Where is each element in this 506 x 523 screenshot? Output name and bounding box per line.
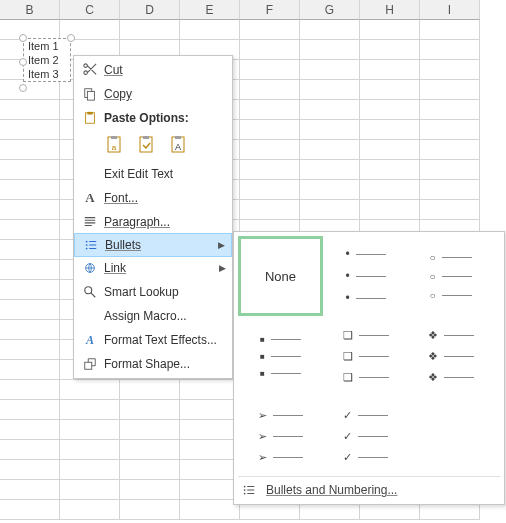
col-header[interactable]: C: [60, 0, 120, 20]
textbox-line: Item 1: [24, 39, 70, 53]
menu-smart-lookup[interactable]: Smart Lookup: [74, 280, 232, 304]
col-header[interactable]: F: [240, 0, 300, 20]
menu-exit-edit-text[interactable]: Exit Edit Text: [74, 162, 232, 186]
menu-label: Format Text Effects...: [100, 333, 226, 347]
bullet-style-circle[interactable]: ○ ○ ○: [408, 236, 493, 316]
menu-label: Link: [100, 261, 219, 275]
bullets-and-numbering[interactable]: Bullets and Numbering...: [238, 476, 500, 500]
menu-paragraph[interactable]: Paragraph...: [74, 210, 232, 234]
menu-format-text-effects[interactable]: A Format Text Effects...: [74, 328, 232, 352]
svg-point-13: [86, 244, 88, 246]
textbox-line: Item 2: [24, 53, 70, 67]
scissors-icon: [80, 63, 100, 77]
col-header[interactable]: B: [0, 0, 60, 20]
menu-label: Assign Macro...: [100, 309, 226, 323]
resize-handle[interactable]: [67, 34, 75, 42]
bullet-style-square[interactable]: ■ ■ ■: [238, 316, 323, 396]
bullet-style-hollow-square[interactable]: ❑ ❑ ❑: [323, 316, 408, 396]
col-header[interactable]: G: [300, 0, 360, 20]
svg-text:a: a: [112, 143, 117, 152]
menu-link[interactable]: Link ▶: [74, 256, 232, 280]
menu-format-shape[interactable]: Format Shape...: [74, 352, 232, 376]
paste-option-merge[interactable]: [134, 132, 160, 158]
svg-rect-1: [87, 91, 94, 100]
paragraph-icon: [80, 215, 100, 229]
bullet-style-disc[interactable]: • • •: [323, 236, 408, 316]
menu-paste-options: Paste Options:: [74, 106, 232, 130]
svg-rect-10: [175, 136, 181, 139]
text-effects-icon: A: [80, 333, 100, 348]
link-icon: [80, 261, 100, 275]
format-shape-icon: [80, 357, 100, 371]
menu-assign-macro[interactable]: Assign Macro...: [74, 304, 232, 328]
menu-label: Format Shape...: [100, 357, 226, 371]
bullet-style-arrow[interactable]: ➢ ➢ ➢: [238, 396, 323, 476]
paste-option-source[interactable]: a: [102, 132, 128, 158]
font-icon: A: [80, 190, 100, 206]
menu-cut[interactable]: Cut: [74, 58, 232, 82]
menu-font[interactable]: A Font...: [74, 186, 232, 210]
bullets-gallery: None • • • ○ ○ ○ ■ ■ ■ ❑ ❑ ❑ ❖ ❖ ❖ ➢: [233, 231, 505, 505]
bullet-style-none[interactable]: None: [238, 236, 323, 316]
svg-text:A: A: [175, 142, 181, 152]
context-menu: Cut Copy Paste Options: a A Exit Edit Te…: [73, 55, 233, 379]
menu-label: Cut: [100, 63, 226, 77]
col-header[interactable]: D: [120, 0, 180, 20]
textbox-line: Item 3: [24, 67, 70, 81]
svg-point-19: [244, 489, 246, 491]
copy-icon: [80, 87, 100, 101]
svg-rect-5: [111, 136, 117, 139]
footer-label: Bullets and Numbering...: [266, 483, 397, 497]
bullet-style-check[interactable]: ✓ ✓ ✓: [323, 396, 408, 476]
resize-handle[interactable]: [19, 84, 27, 92]
submenu-arrow-icon: ▶: [218, 240, 225, 250]
clipboard-icon: [80, 111, 100, 125]
menu-label: Paste Options:: [100, 111, 226, 125]
svg-rect-17: [85, 362, 92, 369]
svg-point-16: [85, 287, 92, 294]
col-header[interactable]: E: [180, 0, 240, 20]
submenu-arrow-icon: ▶: [219, 263, 226, 273]
svg-point-12: [86, 241, 88, 243]
search-icon: [80, 285, 100, 299]
col-header[interactable]: H: [360, 0, 420, 20]
svg-rect-8: [143, 136, 149, 139]
bullets-icon: [242, 483, 258, 497]
menu-label: Bullets: [101, 238, 218, 252]
menu-bullets[interactable]: Bullets ▶: [74, 233, 232, 257]
menu-copy[interactable]: Copy: [74, 82, 232, 106]
menu-label: Font...: [100, 191, 226, 205]
paste-options-row: a A: [74, 130, 232, 162]
svg-point-18: [244, 486, 246, 488]
svg-rect-7: [140, 137, 152, 152]
text-box-shape[interactable]: Item 1 Item 2 Item 3: [23, 38, 71, 82]
svg-point-20: [244, 493, 246, 495]
menu-label: Copy: [100, 87, 226, 101]
paste-option-text[interactable]: A: [166, 132, 192, 158]
menu-label: Paragraph...: [100, 215, 226, 229]
resize-handle[interactable]: [19, 34, 27, 42]
column-headers: B C D E F G H I: [0, 0, 480, 20]
bullets-icon: [81, 238, 101, 252]
menu-label: Smart Lookup: [100, 285, 226, 299]
svg-point-14: [86, 248, 88, 250]
none-label: None: [265, 269, 296, 284]
resize-handle[interactable]: [19, 58, 27, 66]
col-header[interactable]: I: [420, 0, 480, 20]
menu-label: Exit Edit Text: [100, 167, 226, 181]
svg-rect-3: [87, 112, 92, 115]
bullet-style-diamond[interactable]: ❖ ❖ ❖: [408, 316, 493, 396]
